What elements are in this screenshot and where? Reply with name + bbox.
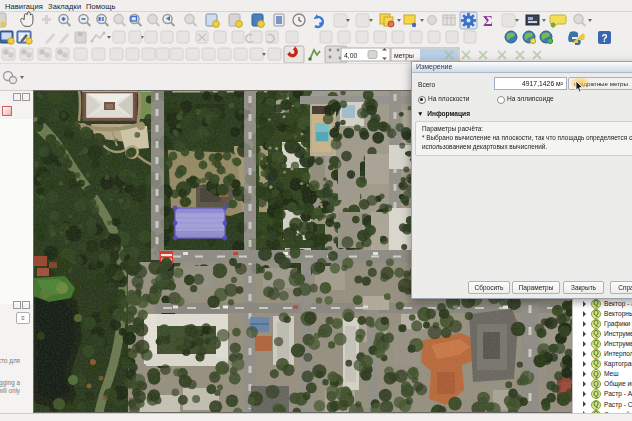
svg-text:4,00: 4,00: [344, 52, 357, 59]
svg-text:Σ: Σ: [483, 13, 493, 29]
svg-text:?: ?: [602, 33, 608, 44]
svg-text:метры: метры: [394, 52, 414, 60]
